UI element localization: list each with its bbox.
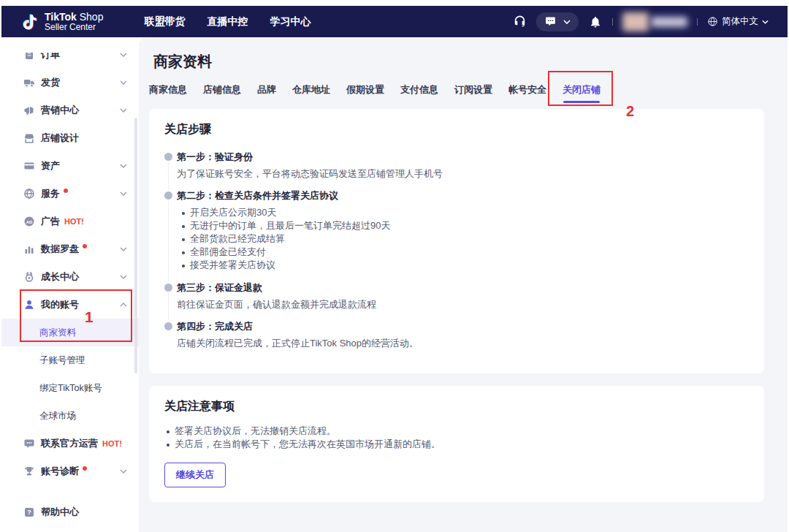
tabs-bar: 商家信息店铺信息品牌仓库地址假期设置支付信息订阅设置帐号安全关闭店铺2 bbox=[149, 83, 764, 96]
sidebar-item[interactable]: 全球市场 bbox=[1, 402, 139, 430]
sidebar-item[interactable]: 数据罗盘 bbox=[1, 235, 139, 263]
sidebar-item[interactable]: 子账号管理 bbox=[1, 346, 139, 374]
step-description: 前往保证金页面，确认退款金额并完成退款流程 bbox=[177, 298, 747, 311]
step-dot-icon bbox=[164, 322, 172, 330]
topbar-nav-item[interactable]: 学习中心 bbox=[270, 15, 310, 28]
sidebar-item-label: 绑定TikTok账号 bbox=[39, 382, 102, 395]
chevron-down-icon bbox=[120, 53, 127, 57]
marketing-icon bbox=[23, 104, 35, 116]
sidebar-item-label: 数据罗盘 bbox=[41, 243, 79, 256]
tiktok-shop-logo[interactable]: TikTok Shop Seller Center bbox=[20, 12, 103, 31]
messages-button[interactable] bbox=[536, 12, 579, 31]
sidebar-item-label: 商家资料 bbox=[39, 327, 76, 339]
topbar-right: 简体中文 bbox=[512, 12, 769, 31]
sidebar-item-label: 服务 bbox=[41, 187, 60, 200]
sidebar-item[interactable]: 服务 bbox=[1, 180, 139, 208]
tab-item[interactable]: 商家信息 bbox=[149, 83, 187, 96]
notice-bullet-list: 签署关店协议后，无法撤销关店流程。关店后，在当前帐号下，您无法再次在英国市场开通… bbox=[164, 425, 747, 451]
analytics-icon bbox=[23, 243, 35, 255]
page-title: 商家资料 bbox=[153, 52, 764, 72]
assets-icon bbox=[23, 160, 35, 172]
shipping-icon bbox=[23, 77, 35, 88]
sidebar-item-label: 联系官方运营 bbox=[41, 437, 98, 450]
svg-text:?: ? bbox=[27, 509, 31, 516]
sidebar-item[interactable]: 绑定TikTok账号 bbox=[1, 374, 139, 402]
sidebar-item-label: 成长中心 bbox=[41, 270, 79, 284]
sidebar-item-label: 全球市场 bbox=[39, 410, 76, 422]
tab-label: 支付信息 bbox=[400, 84, 438, 95]
sidebar-menu: 订单发货营销中心店铺设计资产服务AD广告HOT!数据罗盘成长中心我的账号商家资料… bbox=[1, 37, 139, 526]
active-tab-underline bbox=[563, 101, 600, 103]
headset-support-icon[interactable] bbox=[512, 15, 527, 29]
logo-brand-light: Shop bbox=[77, 11, 104, 23]
sidebar-item-label: 帮助中心 bbox=[41, 506, 79, 519]
sidebar-item[interactable]: 成长中心 bbox=[1, 263, 139, 291]
sidebar-item[interactable]: 资产 bbox=[1, 152, 139, 180]
tab-item[interactable]: 支付信息 bbox=[400, 83, 438, 96]
chevron-down-icon bbox=[120, 191, 127, 196]
contact-icon bbox=[23, 438, 35, 449]
steps-card-heading: 关店步骤 bbox=[164, 122, 747, 137]
step-bullet-list: 开启关店公示期30天无进行中的订单，且最后一笔订单完结超过90天全部货款已经完成… bbox=[177, 206, 747, 272]
step-bullet-item: 开启关店公示期30天 bbox=[181, 206, 747, 219]
chevron-up-icon bbox=[120, 303, 127, 307]
tab-item[interactable]: 假期设置 bbox=[346, 83, 384, 96]
sidebar-item[interactable]: 营销中心 bbox=[1, 96, 139, 124]
sidebar-item[interactable]: 联系官方运营HOT! bbox=[1, 430, 139, 457]
tab-active[interactable]: 关闭店铺2 bbox=[563, 83, 601, 96]
tab-item[interactable]: 店铺信息 bbox=[203, 83, 241, 96]
close-shop-step: 第三步：保证金退款前往保证金页面，确认退款金额并完成退款流程 bbox=[164, 281, 747, 311]
topbar-divider bbox=[697, 18, 698, 26]
sidebar-item-label: 店铺设计 bbox=[41, 132, 79, 145]
step-bullet-item: 无进行中的订单，且最后一笔订单完结超过90天 bbox=[181, 219, 747, 232]
chevron-down-icon bbox=[120, 247, 127, 251]
sidebar-item-label: 营销中心 bbox=[41, 104, 79, 117]
tab-item[interactable]: 品牌 bbox=[257, 83, 276, 96]
step-title: 第三步：保证金退款 bbox=[177, 281, 747, 294]
ads-icon: AD bbox=[23, 216, 35, 227]
sidebar-item[interactable]: 账号诊断 bbox=[1, 457, 139, 485]
topbar-nav-item[interactable]: 联盟带货 bbox=[144, 15, 185, 28]
globe-icon bbox=[707, 16, 718, 27]
account-icon bbox=[23, 299, 35, 311]
topbar: TikTok Shop Seller Center 联盟带货直播中控学习中心 bbox=[1, 6, 788, 37]
step-bullet-item: 接受并签署关店协议 bbox=[181, 259, 747, 272]
account-name-blurred bbox=[651, 17, 687, 27]
logo-text: TikTok Shop Seller Center bbox=[45, 12, 103, 31]
sidebar-item[interactable]: AD广告HOT! bbox=[1, 208, 139, 235]
tab-label: 帐号安全 bbox=[508, 84, 546, 95]
chevron-down-icon bbox=[120, 469, 127, 474]
notice-bullet-item: 关店后，在当前帐号下，您无法再次在英国市场开通新的店铺。 bbox=[166, 438, 747, 451]
help-icon: ? bbox=[23, 506, 35, 518]
chevron-down-icon bbox=[762, 20, 769, 24]
sidebar-item[interactable]: ?帮助中心 bbox=[1, 498, 139, 526]
sidebar-item-label: 我的账号 bbox=[41, 298, 79, 311]
close-shop-step: 第四步：完成关店店铺关闭流程已完成，正式停止TikTok Shop的经营活动。 bbox=[164, 320, 747, 349]
account-menu[interactable] bbox=[622, 12, 687, 31]
tab-item[interactable]: 订阅设置 bbox=[454, 83, 492, 96]
svg-text:AD: AD bbox=[26, 220, 33, 224]
topbar-nav-item[interactable]: 直播中控 bbox=[207, 15, 248, 28]
tab-label: 订阅设置 bbox=[454, 84, 492, 95]
continue-close-shop-button[interactable]: 继续关店 bbox=[164, 463, 226, 487]
sidebar-scrollbar[interactable] bbox=[134, 118, 137, 373]
sidebar-item[interactable]: 商家资料 bbox=[1, 319, 139, 346]
sidebar-item-label: 广告 bbox=[41, 215, 60, 228]
tab-item[interactable]: 帐号安全 bbox=[508, 83, 546, 96]
step-bullet-item: 全部货款已经完成结算 bbox=[181, 232, 747, 246]
red-dot-badge bbox=[83, 244, 87, 248]
sidebar-item[interactable]: 我的账号 bbox=[1, 291, 139, 319]
hot-badge: HOT! bbox=[64, 217, 84, 226]
tab-item[interactable]: 仓库地址 bbox=[292, 83, 330, 96]
services-icon bbox=[23, 188, 35, 200]
red-dot-badge bbox=[64, 189, 68, 193]
language-label: 简体中文 bbox=[722, 15, 758, 28]
sidebar-item[interactable]: 发货 bbox=[1, 69, 139, 96]
tab-label: 仓库地址 bbox=[292, 84, 330, 95]
red-dot-badge bbox=[83, 466, 87, 471]
sidebar-item[interactable]: 店铺设计 bbox=[1, 124, 139, 152]
language-selector[interactable]: 简体中文 bbox=[707, 15, 769, 28]
tab-label: 商家信息 bbox=[149, 84, 187, 95]
notifications-bell-icon[interactable] bbox=[588, 15, 603, 29]
sidebar-item-label: 子账号管理 bbox=[39, 354, 85, 367]
